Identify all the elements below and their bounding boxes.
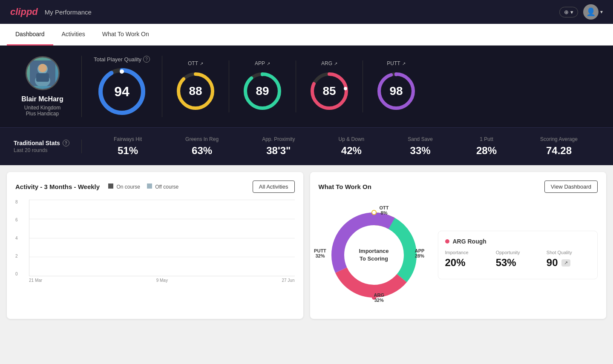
stat-sandsave-value: 33% xyxy=(408,145,433,157)
x-label-may: 9 May xyxy=(156,278,168,283)
ott-score-value: 88 xyxy=(189,84,202,98)
add-button[interactable]: ⊕ ▾ xyxy=(559,7,578,17)
app-label: APP ↗ xyxy=(255,60,270,66)
ott-score-section: OTT ↗ 88 xyxy=(162,60,229,112)
wtwo-title: What To Work On xyxy=(319,183,371,190)
arg-score-value: 85 xyxy=(322,84,336,98)
arg-trend: ↗ xyxy=(334,61,337,66)
stat-scoring-label: Scoring Average xyxy=(540,136,578,142)
all-activities-button[interactable]: All Activities xyxy=(253,181,295,193)
off-course-dot xyxy=(147,183,152,189)
metric-shotquality: Shot Quality 90 ↗ xyxy=(547,250,590,269)
activity-panel-header: Activity - 3 Months - Weekly On course O… xyxy=(15,181,295,193)
stat-gir-value: 63% xyxy=(185,145,219,157)
stats-items: Fairways Hit 51% Greens In Reg 63% App. … xyxy=(82,136,599,157)
svg-point-28 xyxy=(336,253,340,257)
metric-shotquality-value: 90 xyxy=(547,257,558,269)
metric-opportunity: Opportunity 53% xyxy=(496,250,540,269)
chart-x-labels: 21 Mar 9 May 27 Jun xyxy=(29,278,295,283)
avatar: 👤 xyxy=(583,4,599,20)
ott-donut-label: OTT8% xyxy=(380,205,389,215)
stat-gir: Greens In Reg 63% xyxy=(185,136,219,157)
info-card-dot xyxy=(445,239,449,244)
svg-point-24 xyxy=(346,227,402,283)
app-trend: ↗ xyxy=(267,61,270,66)
stat-fairways-label: Fairways Hit xyxy=(114,136,142,142)
ott-ring: 88 xyxy=(174,70,217,112)
ott-label: OTT ↗ xyxy=(188,60,203,66)
nav-tabs: Dashboard Activities What To Work On xyxy=(0,24,613,46)
hero-section: Blair McHarg United Kingdom Plus Handica… xyxy=(0,46,613,127)
total-score-label: Total Player Quality ? xyxy=(94,56,150,63)
metric-shotquality-label: Shot Quality xyxy=(547,250,590,255)
activity-panel: Activity - 3 Months - Weekly On course O… xyxy=(7,172,303,319)
total-info-icon[interactable]: ? xyxy=(143,56,150,63)
view-dashboard-button[interactable]: View Dashboard xyxy=(544,181,598,193)
stat-updown-label: Up & Down xyxy=(339,136,365,142)
y-label-0: 0 xyxy=(15,272,18,276)
arg-donut-label: ARG32% xyxy=(374,292,384,303)
shotquality-badge: ↗ xyxy=(561,259,570,267)
stat-updown: Up & Down 42% xyxy=(339,136,365,157)
total-ring: 94 xyxy=(96,66,147,117)
y-label-2: 2 xyxy=(15,254,18,258)
wtwo-header: What To Work On View Dashboard xyxy=(319,181,598,193)
ott-trend: ↗ xyxy=(200,61,203,66)
info-metrics: Importance 20% Opportunity 53% Shot Qual… xyxy=(445,250,591,269)
stat-sandsave: Sand Save 33% xyxy=(408,136,433,157)
putt-score-value: 98 xyxy=(389,84,403,98)
bottom-panels: Activity - 3 Months - Weekly On course O… xyxy=(0,165,613,326)
app-score-section: APP ↗ 89 xyxy=(229,60,296,112)
stats-info-icon[interactable]: ? xyxy=(63,140,69,146)
stat-proximity: App. Proximity 38'3" xyxy=(262,136,295,157)
stat-oneputt-value: 28% xyxy=(476,145,497,157)
y-label-6: 6 xyxy=(15,218,18,222)
add-chevron: ▾ xyxy=(570,9,573,15)
x-label-mar: 21 Mar xyxy=(29,278,42,283)
arg-label: ARG ↗ xyxy=(321,60,337,66)
stat-scoring-value: 74.28 xyxy=(540,145,578,157)
arg-ring: 85 xyxy=(308,70,351,112)
tab-what-to-work-on[interactable]: What To Work On xyxy=(94,24,158,46)
stats-row: Traditional Stats ? Last 20 rounds Fairw… xyxy=(0,127,613,165)
info-card-title: ARG Rough xyxy=(445,238,591,245)
stats-period: Last 20 rounds xyxy=(14,147,71,153)
stat-fairways: Fairways Hit 51% xyxy=(114,136,142,157)
stats-label: Traditional Stats ? Last 20 rounds xyxy=(14,140,82,153)
profile-button[interactable]: 👤 ▾ xyxy=(583,4,603,20)
wtwo-content: ImportanceTo Scoring OTT8% APP28% ARG32%… xyxy=(319,200,598,310)
stat-gir-label: Greens In Reg xyxy=(185,136,219,142)
y-label-4: 4 xyxy=(15,236,18,241)
tab-activities[interactable]: Activities xyxy=(53,24,94,46)
header: clippd My Performance ⊕ ▾ 👤 ▾ xyxy=(0,0,613,24)
svg-point-25 xyxy=(372,210,376,215)
x-label-jun: 27 Jun xyxy=(282,278,294,283)
putt-donut-label: PUTT32% xyxy=(314,248,326,258)
stats-title: Traditional Stats ? xyxy=(14,140,71,146)
total-score-section: Total Player Quality ? 94 xyxy=(82,56,162,117)
metric-opportunity-label: Opportunity xyxy=(496,250,540,255)
what-to-work-on-panel: What To Work On View Dashboard xyxy=(310,172,607,319)
info-card: ARG Rough Importance 20% Opportunity 53%… xyxy=(438,231,598,279)
stat-fairways-value: 51% xyxy=(114,145,142,157)
stat-oneputt-label: 1 Putt xyxy=(476,136,497,142)
tab-dashboard[interactable]: Dashboard xyxy=(7,24,53,46)
legend-on-course: On course xyxy=(108,183,140,190)
activity-title: Activity - 3 Months - Weekly xyxy=(15,183,100,190)
stat-proximity-label: App. Proximity xyxy=(262,136,295,142)
svg-point-7 xyxy=(120,69,124,74)
svg-point-3 xyxy=(38,64,47,72)
stat-oneputt: 1 Putt 28% xyxy=(476,136,497,157)
app-donut-label: APP28% xyxy=(415,248,425,258)
metric-importance-value: 20% xyxy=(445,257,489,269)
profile-chevron: ▾ xyxy=(600,9,603,15)
player-info: Blair McHarg United Kingdom Plus Handica… xyxy=(14,56,82,117)
metric-importance: Importance 20% xyxy=(445,250,489,269)
putt-label: PUTT ↗ xyxy=(387,60,405,66)
svg-point-18 xyxy=(394,73,398,76)
header-left: clippd My Performance xyxy=(10,6,92,17)
putt-trend: ↗ xyxy=(402,61,406,66)
donut-chart: ImportanceTo Scoring OTT8% APP28% ARG32%… xyxy=(319,200,429,310)
metric-opportunity-value: 53% xyxy=(496,257,540,269)
svg-rect-4 xyxy=(36,73,49,82)
